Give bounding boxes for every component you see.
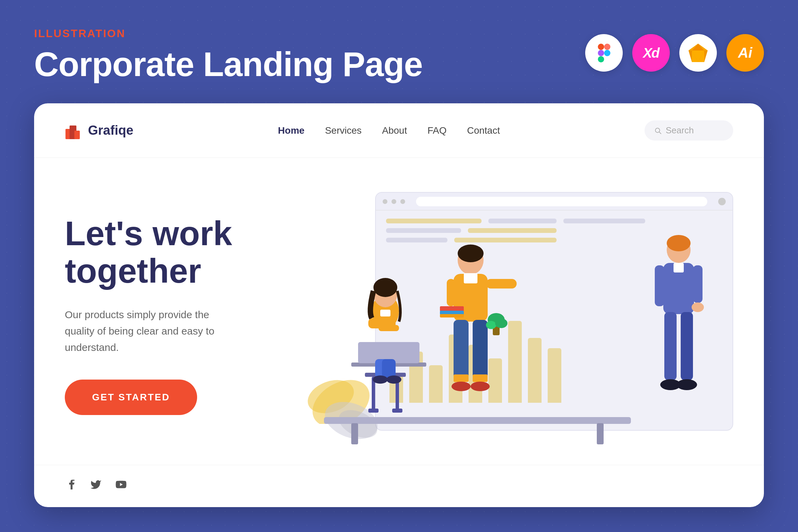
svg-rect-64 <box>664 312 677 380</box>
hero-headline: Let's work together <box>65 215 269 290</box>
main-title: Corporate Landing Page <box>34 45 423 83</box>
hero-subtext: Our products simply provide the quality … <box>65 307 235 356</box>
svg-rect-47 <box>473 374 488 382</box>
nav-faq[interactable]: FAQ <box>427 125 446 136</box>
text-block <box>563 219 645 223</box>
logo-area: Grafiqe <box>65 122 133 139</box>
svg-point-63 <box>692 302 704 312</box>
svg-point-56 <box>495 319 507 328</box>
logo-svg <box>65 122 82 139</box>
svg-rect-3 <box>598 56 604 62</box>
youtube-icon[interactable] <box>115 479 127 493</box>
svg-rect-44 <box>454 320 469 381</box>
logo-text: Grafiqe <box>88 123 133 138</box>
svg-rect-0 <box>598 44 604 50</box>
svg-point-49 <box>471 382 490 391</box>
svg-rect-41 <box>464 273 477 283</box>
illustration-label: ILLUSTRATION <box>34 27 423 40</box>
social-footer <box>34 465 764 507</box>
svg-point-48 <box>452 382 471 391</box>
svg-rect-62 <box>693 265 703 303</box>
sketch-icon <box>679 34 717 72</box>
svg-rect-52 <box>440 314 464 317</box>
svg-rect-43 <box>447 279 455 306</box>
hero-section: Let's work together Our products simply … <box>34 158 764 465</box>
svg-rect-14 <box>74 131 80 139</box>
svg-point-32 <box>386 375 401 384</box>
nav-services[interactable]: Services <box>325 125 361 136</box>
person-standing-yellow <box>419 219 522 444</box>
hero-text: Let's work together Our products simply … <box>65 215 269 415</box>
svg-rect-2 <box>598 50 604 56</box>
browser-dot-close <box>400 199 405 204</box>
search-bar[interactable]: Search <box>645 120 733 141</box>
svg-point-55 <box>486 321 496 329</box>
svg-rect-30 <box>382 359 396 378</box>
svg-marker-9 <box>689 50 692 62</box>
outer-container: ILLUSTRATION Corporate Landing Page Xd <box>0 0 798 532</box>
svg-rect-69 <box>351 423 358 444</box>
xd-icon: Xd <box>632 34 670 72</box>
browser-url-bar <box>416 197 707 206</box>
search-icon <box>654 127 662 134</box>
landing-card: Grafiqe Home Services About FAQ Contact … <box>34 103 764 507</box>
svg-rect-46 <box>454 374 469 382</box>
svg-rect-65 <box>681 312 693 380</box>
svg-rect-45 <box>473 320 488 381</box>
svg-point-31 <box>373 375 388 384</box>
search-placeholder-text: Search <box>666 125 694 136</box>
svg-point-36 <box>373 278 397 297</box>
svg-point-39 <box>458 245 484 262</box>
svg-rect-37 <box>380 310 390 316</box>
svg-rect-50 <box>440 306 464 311</box>
nav-home[interactable]: Home <box>278 125 305 136</box>
hero-illustration <box>290 185 733 444</box>
person-standing-blue <box>634 212 723 444</box>
browser-dot-maximize <box>391 199 396 204</box>
nav-about[interactable]: About <box>382 125 407 136</box>
svg-rect-60 <box>674 263 684 272</box>
svg-marker-10 <box>704 50 708 62</box>
nav-contact[interactable]: Contact <box>467 125 500 136</box>
desk-table <box>324 417 631 444</box>
svg-rect-27 <box>392 409 402 413</box>
svg-rect-70 <box>597 423 604 444</box>
browser-dot-minimize <box>383 199 387 204</box>
facebook-icon[interactable] <box>65 479 76 493</box>
figma-icon <box>585 34 623 72</box>
browser-search-icon <box>718 198 726 205</box>
chart-bar <box>548 348 561 403</box>
browser-bar <box>376 193 733 210</box>
svg-point-4 <box>604 50 610 56</box>
twitter-icon[interactable] <box>90 479 102 493</box>
chart-bar <box>528 338 542 403</box>
ai-icon: Ai <box>726 34 764 72</box>
top-header: ILLUSTRATION Corporate Landing Page Xd <box>34 27 764 83</box>
svg-rect-68 <box>324 417 631 424</box>
svg-rect-1 <box>604 44 610 50</box>
svg-rect-42 <box>486 279 517 289</box>
svg-rect-34 <box>379 325 399 331</box>
svg-rect-26 <box>368 409 379 413</box>
svg-rect-61 <box>655 265 664 306</box>
navbar: Grafiqe Home Services About FAQ Contact … <box>34 103 764 158</box>
tool-icons-group: Xd Ai <box>585 34 764 72</box>
svg-point-58 <box>667 235 691 251</box>
get-started-button[interactable]: GET STARTED <box>65 380 197 415</box>
title-block: ILLUSTRATION Corporate Landing Page <box>34 27 423 83</box>
nav-links: Home Services About FAQ Contact <box>278 125 500 136</box>
svg-point-67 <box>677 379 697 390</box>
svg-line-16 <box>659 132 661 134</box>
